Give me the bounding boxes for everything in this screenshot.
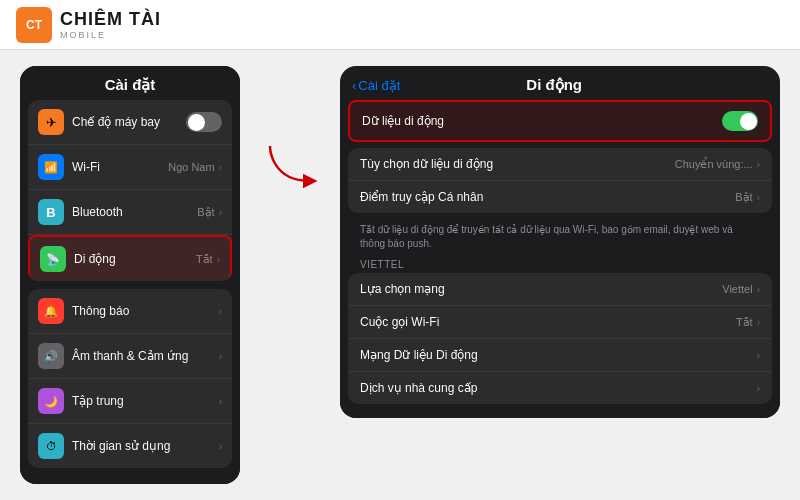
notifications-icon: 🔔 — [38, 298, 64, 324]
bluetooth-chevron: › — [219, 207, 222, 218]
network-selection-item[interactable]: Lựa chọn mạng Viettel › — [348, 273, 772, 306]
mobile-data-toggle[interactable] — [722, 111, 758, 131]
di-dong-value: Tắt — [196, 253, 213, 266]
wifi-item[interactable]: 📶 Wi-Fi Ngo Nam › — [28, 145, 232, 190]
airplane-mode-item[interactable]: ✈ Chế độ máy bay — [28, 100, 232, 145]
mobile-data-network-item[interactable]: Mạng Dữ liệu Di động › — [348, 339, 772, 372]
logo-badge-text: CT — [26, 18, 42, 32]
sounds-icon: 🔊 — [38, 343, 64, 369]
notifications-item[interactable]: 🔔 Thông báo › — [28, 289, 232, 334]
di-dong-icon: 📡 — [40, 246, 66, 272]
left-screen-title: Cài đặt — [20, 66, 240, 100]
mobile-options-group: Tùy chọn dữ liệu di động Chuyển vùng:...… — [348, 148, 772, 213]
focus-icon: 🌙 — [38, 388, 64, 414]
wifi-icon: 📶 — [38, 154, 64, 180]
left-settings-list: ✈ Chế độ máy bay 📶 Wi-Fi Ngo Nam › B Blu — [20, 100, 240, 484]
right-screen-title: Di động — [400, 76, 708, 94]
hotspot-chevron: › — [757, 192, 760, 203]
focus-label: Tập trung — [72, 394, 219, 408]
viettel-group: Lựa chọn mạng Viettel › Cuộc gọi Wi-Fi T… — [348, 273, 772, 404]
logo-subtitle: MOBILE — [60, 30, 161, 40]
mobile-data-network-label: Mạng Dữ liệu Di động — [360, 348, 757, 362]
di-dong-label: Di động — [74, 252, 196, 266]
network-selection-chevron: › — [757, 284, 760, 295]
bluetooth-icon: B — [38, 199, 64, 225]
wifi-calling-value: Tắt — [736, 316, 753, 329]
notifications-label: Thông báo — [72, 304, 219, 318]
right-panel: ‹ Cài đặt Di động Dữ liệu di động Tùy ch… — [340, 66, 780, 418]
focus-chevron: › — [219, 396, 222, 407]
focus-item[interactable]: 🌙 Tập trung › — [28, 379, 232, 424]
hotspot-item[interactable]: Điểm truy cập Cá nhân Bật › — [348, 181, 772, 213]
notifications-chevron: › — [219, 306, 222, 317]
screen-time-chevron: › — [219, 441, 222, 452]
logo-badge: CT — [16, 7, 52, 43]
bluetooth-label: Bluetooth — [72, 205, 197, 219]
back-button[interactable]: ‹ Cài đặt — [352, 78, 400, 93]
bluetooth-value: Bật — [197, 206, 214, 219]
mobile-data-options-value: Chuyển vùng:... — [675, 158, 753, 171]
arrow-container — [260, 66, 320, 206]
logo-title: CHIÊM TÀI — [60, 9, 161, 30]
di-dong-chevron: › — [217, 254, 220, 265]
di-dong-item[interactable]: 📡 Di động Tắt › — [28, 235, 232, 281]
viettel-section-label: VIETTEL — [348, 255, 772, 273]
wifi-chevron: › — [219, 162, 222, 173]
mobile-data-label: Dữ liệu di động — [362, 114, 722, 128]
mobile-data-options-item[interactable]: Tùy chọn dữ liệu di động Chuyển vùng:...… — [348, 148, 772, 181]
mobile-data-description: Tắt dữ liệu di động để truyền tất cả dữ … — [348, 219, 772, 255]
header: CT CHIÊM TÀI MOBILE — [0, 0, 800, 50]
mobile-data-group: Dữ liệu di động — [348, 100, 772, 142]
hotspot-value: Bật — [735, 191, 752, 204]
carrier-services-label: Dịch vụ nhà cung cấp — [360, 381, 757, 395]
wifi-calling-chevron: › — [757, 317, 760, 328]
wifi-calling-item[interactable]: Cuộc gọi Wi-Fi Tắt › — [348, 306, 772, 339]
right-header: ‹ Cài đặt Di động — [340, 66, 780, 100]
main-content: Cài đặt ✈ Chế độ máy bay 📶 Wi-Fi Ngo Nam — [0, 50, 800, 500]
left-group-2: 🔔 Thông báo › 🔊 Âm thanh & Cảm ứng › 🌙 T… — [28, 289, 232, 468]
back-chevron: ‹ — [352, 78, 356, 93]
network-selection-value: Viettel — [722, 283, 752, 295]
screen-time-label: Thời gian sử dụng — [72, 439, 219, 453]
carrier-services-chevron: › — [757, 383, 760, 394]
mobile-data-options-chevron: › — [757, 159, 760, 170]
network-selection-label: Lựa chọn mạng — [360, 282, 722, 296]
arrow-icon — [260, 126, 320, 206]
sounds-item[interactable]: 🔊 Âm thanh & Cảm ứng › — [28, 334, 232, 379]
wifi-label: Wi-Fi — [72, 160, 168, 174]
logo-text: CHIÊM TÀI MOBILE — [60, 9, 161, 40]
mobile-data-options-label: Tùy chọn dữ liệu di động — [360, 157, 675, 171]
airplane-toggle[interactable] — [186, 112, 222, 132]
sounds-chevron: › — [219, 351, 222, 362]
airplane-icon: ✈ — [38, 109, 64, 135]
left-phone-mockup: Cài đặt ✈ Chế độ máy bay 📶 Wi-Fi Ngo Nam — [20, 66, 240, 484]
left-group-1: ✈ Chế độ máy bay 📶 Wi-Fi Ngo Nam › B Blu — [28, 100, 232, 281]
mobile-data-item[interactable]: Dữ liệu di động — [350, 102, 770, 140]
airplane-label: Chế độ máy bay — [72, 115, 186, 129]
right-settings-list: Dữ liệu di động Tùy chọn dữ liệu di động… — [340, 100, 780, 418]
carrier-services-item[interactable]: Dịch vụ nhà cung cấp › — [348, 372, 772, 404]
sounds-label: Âm thanh & Cảm ứng — [72, 349, 219, 363]
mobile-data-network-chevron: › — [757, 350, 760, 361]
wifi-value: Ngo Nam — [168, 161, 214, 173]
screen-time-item[interactable]: ⏱ Thời gian sử dụng › — [28, 424, 232, 468]
bluetooth-item[interactable]: B Bluetooth Bật › — [28, 190, 232, 235]
wifi-calling-label: Cuộc gọi Wi-Fi — [360, 315, 736, 329]
screen-time-icon: ⏱ — [38, 433, 64, 459]
hotspot-label: Điểm truy cập Cá nhân — [360, 190, 735, 204]
back-label: Cài đặt — [358, 78, 400, 93]
